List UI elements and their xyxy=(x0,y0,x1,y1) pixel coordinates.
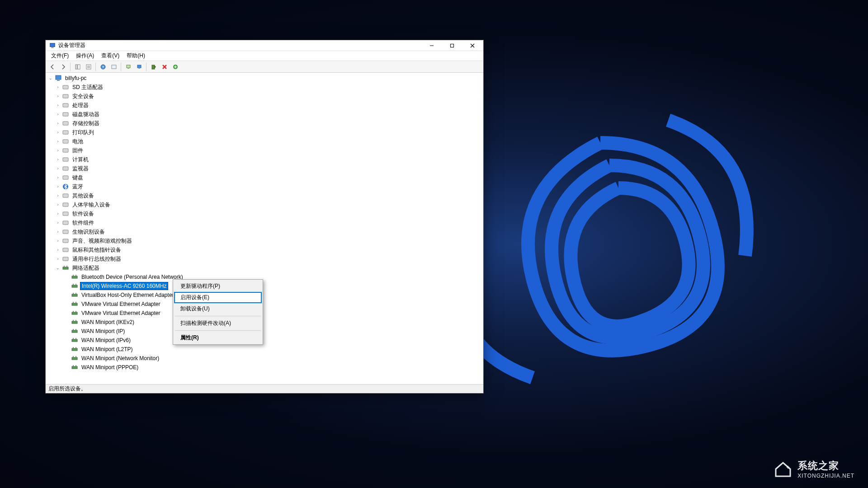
svg-rect-55 xyxy=(75,284,76,285)
node-label: 打印队列 xyxy=(71,128,95,137)
menu-help[interactable]: 帮助(H) xyxy=(123,51,149,61)
expander-icon[interactable]: › xyxy=(55,202,61,207)
menubar: 文件(F) 操作(A) 查看(V) 帮助(H) xyxy=(46,51,483,61)
expander-icon[interactable]: › xyxy=(55,193,61,198)
tree-node[interactable]: WAN Miniport (L2TP) xyxy=(46,345,483,354)
scan-button[interactable] xyxy=(123,62,133,72)
expander-icon[interactable]: › xyxy=(55,211,61,216)
expander-icon[interactable]: › xyxy=(55,184,61,189)
tree-node[interactable]: ⌄billyfu-pc xyxy=(46,74,483,83)
tree-node[interactable]: ›计算机 xyxy=(46,155,483,164)
tree-node[interactable]: ›SD 主适配器 xyxy=(46,83,483,92)
node-label: 安全设备 xyxy=(71,92,95,101)
show-hide-tree-button[interactable] xyxy=(73,62,83,72)
expander-icon[interactable]: › xyxy=(55,175,61,180)
svg-rect-73 xyxy=(75,338,76,339)
menu-file[interactable]: 文件(F) xyxy=(47,51,72,61)
expander-icon[interactable]: › xyxy=(55,85,61,89)
maximize-button[interactable] xyxy=(442,41,462,51)
expander-icon[interactable]: › xyxy=(55,239,61,243)
tree-node[interactable]: ›鼠标和其他指针设备 xyxy=(46,245,483,254)
tree-node[interactable]: VMware Virtual Ethernet Adapter xyxy=(46,300,483,309)
svg-rect-25 xyxy=(56,75,61,80)
svg-rect-70 xyxy=(75,329,76,330)
tree-node[interactable]: WAN Miniport (IPv6) xyxy=(46,336,483,345)
watermark: 系统之家 XITONGZHIJIA.NET xyxy=(773,459,854,479)
tree-node[interactable]: ›打印队列 xyxy=(46,128,483,137)
tree-node[interactable]: VMware Virtual Ethernet Adapter xyxy=(46,309,483,318)
svg-rect-26 xyxy=(57,80,60,81)
tree-node[interactable]: ›固件 xyxy=(46,146,483,155)
svg-rect-77 xyxy=(72,357,77,360)
uninstall-button[interactable] xyxy=(160,62,170,72)
tree-node[interactable]: ›存储控制器 xyxy=(46,119,483,128)
tree-node[interactable]: WAN Miniport (IKEv2) xyxy=(46,318,483,327)
device-manager-window: 设备管理器 文件(F) 操作(A) 查看(V) 帮助(H) ? xyxy=(45,40,484,394)
tree-node[interactable]: Bluetooth Device (Personal Area Network) xyxy=(46,272,483,282)
refresh-button[interactable] xyxy=(109,62,119,72)
expander-icon[interactable]: › xyxy=(55,139,61,144)
svg-text:?: ? xyxy=(102,65,104,69)
expander-icon[interactable]: › xyxy=(55,130,61,135)
node-label: 通用串行总线控制器 xyxy=(71,255,123,263)
close-button[interactable] xyxy=(462,41,482,51)
titlebar: 设备管理器 xyxy=(46,40,483,51)
minimize-button[interactable] xyxy=(421,41,442,51)
expander-icon[interactable]: › xyxy=(55,103,61,108)
tree-node[interactable]: ›其他设备 xyxy=(46,191,483,200)
expander-icon[interactable]: › xyxy=(55,157,61,162)
tree-node[interactable]: ⌄网络适配器 xyxy=(46,263,483,272)
expander-icon[interactable]: ⌄ xyxy=(47,76,54,80)
svg-rect-65 xyxy=(72,321,77,324)
svg-rect-31 xyxy=(63,122,68,125)
enable-button[interactable] xyxy=(149,62,159,72)
menu-action[interactable]: 操作(A) xyxy=(72,51,98,61)
tree-node[interactable]: ›处理器 xyxy=(46,101,483,110)
menu-view[interactable]: 查看(V) xyxy=(98,51,123,61)
expander-icon[interactable]: › xyxy=(55,230,61,234)
expander-icon[interactable]: › xyxy=(55,221,61,225)
properties-button[interactable] xyxy=(84,62,94,72)
tree-node[interactable]: ›声音、视频和游戏控制器 xyxy=(46,236,483,245)
tree-node[interactable]: Intel(R) Wireless-AC 9260 160MHz xyxy=(46,282,483,291)
tree-node[interactable]: ›磁盘驱动器 xyxy=(46,110,483,119)
ctx-enable-device[interactable]: 启用设备(E) xyxy=(174,292,262,303)
back-button[interactable] xyxy=(47,62,57,72)
tree-node[interactable]: ›蓝牙 xyxy=(46,182,483,191)
update-driver-button[interactable] xyxy=(134,62,144,72)
ctx-uninstall-device[interactable]: 卸载设备(U) xyxy=(174,303,262,314)
node-label: 处理器 xyxy=(71,101,90,110)
device-tree[interactable]: ⌄billyfu-pc›SD 主适配器›安全设备›处理器›磁盘驱动器›存储控制器… xyxy=(46,73,483,384)
svg-rect-47 xyxy=(63,267,68,269)
tree-node[interactable]: VirtualBox Host-Only Ethernet Adapter xyxy=(46,291,483,300)
tree-node[interactable]: ›人体学输入设备 xyxy=(46,200,483,209)
node-label: WAN Miniport (IP) xyxy=(80,328,126,335)
add-legacy-button[interactable] xyxy=(170,62,180,72)
expander-icon[interactable]: › xyxy=(55,121,61,126)
tree-node[interactable]: ›软件设备 xyxy=(46,209,483,218)
tree-node[interactable]: ›安全设备 xyxy=(46,92,483,101)
svg-rect-45 xyxy=(63,248,68,252)
ctx-scan-changes[interactable]: 扫描检测硬件改动(A) xyxy=(174,318,262,329)
expander-icon[interactable]: › xyxy=(55,257,61,261)
expander-icon[interactable]: › xyxy=(55,112,61,117)
expander-icon[interactable]: › xyxy=(55,248,61,252)
expander-icon[interactable]: › xyxy=(55,94,61,99)
tree-node[interactable]: ›生物识别设备 xyxy=(46,227,483,236)
tree-node[interactable]: ›软件组件 xyxy=(46,218,483,227)
forward-button[interactable] xyxy=(58,62,68,72)
tree-node[interactable]: ›电池 xyxy=(46,137,483,146)
expander-icon[interactable]: › xyxy=(55,166,61,171)
expander-icon[interactable]: › xyxy=(55,148,61,153)
help-button[interactable]: ? xyxy=(98,62,108,72)
svg-rect-41 xyxy=(63,212,68,216)
tree-node[interactable]: WAN Miniport (Network Monitor) xyxy=(46,354,483,363)
tree-node[interactable]: WAN Miniport (PPPOE) xyxy=(46,363,483,372)
tree-node[interactable]: ›键盘 xyxy=(46,173,483,182)
tree-node[interactable]: WAN Miniport (IP) xyxy=(46,327,483,336)
tree-node[interactable]: ›通用串行总线控制器 xyxy=(46,254,483,263)
expander-icon[interactable]: ⌄ xyxy=(55,266,61,270)
ctx-update-driver[interactable]: 更新驱动程序(P) xyxy=(174,281,262,292)
ctx-properties[interactable]: 属性(R) xyxy=(174,332,262,343)
tree-node[interactable]: ›监视器 xyxy=(46,164,483,173)
